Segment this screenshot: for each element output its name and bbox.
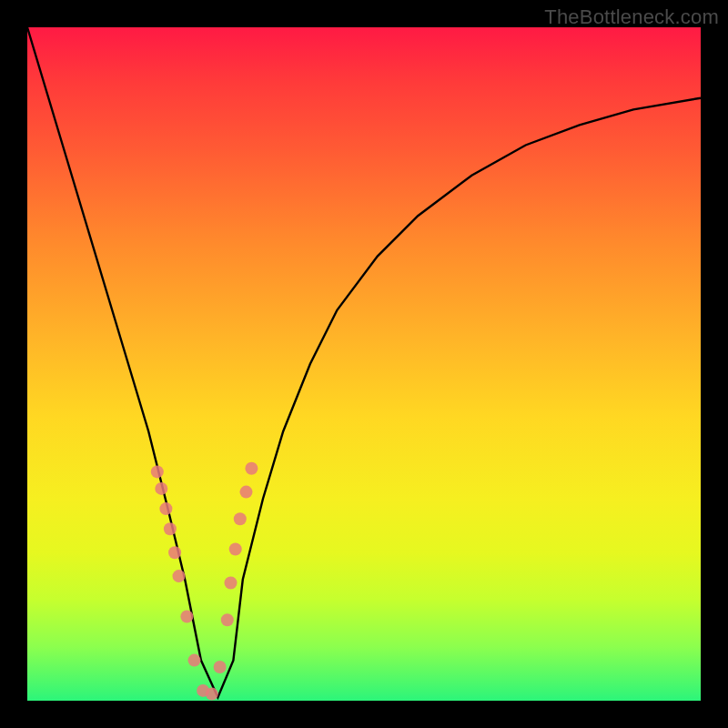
marker-dot — [164, 522, 177, 535]
bottleneck-curve — [27, 27, 701, 697]
marker-dot — [180, 611, 193, 623]
marker-dot — [229, 543, 242, 556]
watermark-text: TheBottleneck.com — [544, 5, 719, 29]
marker-dot — [221, 613, 234, 626]
marker-dot — [168, 546, 181, 559]
chart-svg — [27, 27, 701, 701]
chart-container: TheBottleneck.com — [0, 0, 728, 728]
marker-dot — [188, 654, 201, 667]
marker-dot — [214, 661, 227, 673]
marker-dot — [159, 502, 172, 515]
marker-dot — [234, 512, 247, 525]
marker-dot — [155, 482, 167, 495]
marker-dot — [240, 486, 253, 499]
marker-dot — [206, 688, 218, 701]
marker-dot — [151, 465, 164, 478]
marker-dot — [245, 462, 258, 475]
marker-dot — [225, 577, 238, 590]
marker-dot — [173, 570, 186, 582]
plot-area — [27, 27, 701, 701]
